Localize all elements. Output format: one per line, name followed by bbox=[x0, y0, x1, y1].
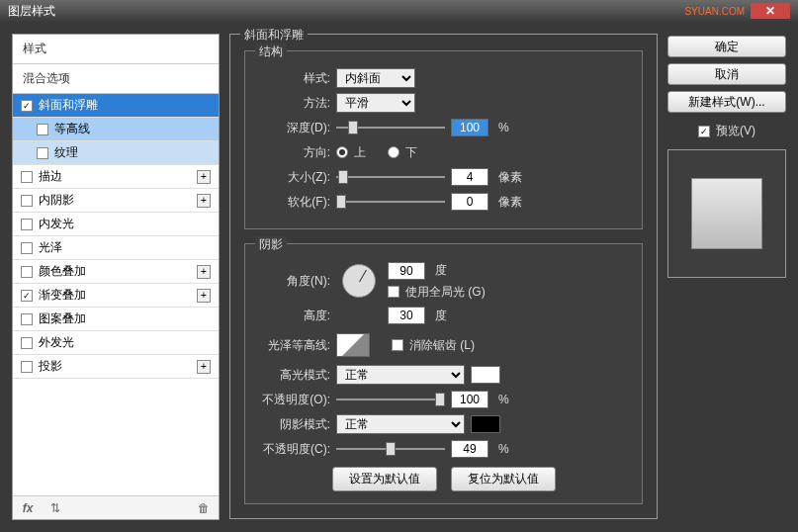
size-input[interactable] bbox=[451, 168, 488, 186]
shadow-mode-select[interactable]: 正常 bbox=[336, 414, 465, 434]
size-slider[interactable] bbox=[336, 168, 445, 186]
style-checkbox[interactable] bbox=[21, 313, 33, 325]
style-checkbox[interactable] bbox=[21, 195, 33, 207]
style-checkbox[interactable] bbox=[21, 290, 33, 302]
opacity2-slider[interactable] bbox=[336, 440, 445, 458]
style-row-1[interactable]: 等高线 bbox=[13, 118, 219, 141]
style-checkbox[interactable] bbox=[37, 147, 48, 159]
gloss-contour-label: 光泽等高线: bbox=[259, 337, 330, 354]
style-list: 斜面和浮雕等高线纹理描边+内阴影+内发光光泽颜色叠加+渐变叠加+图案叠加外发光投… bbox=[13, 94, 219, 495]
make-default-button[interactable]: 设置为默认值 bbox=[332, 467, 437, 491]
style-select[interactable]: 内斜面 bbox=[336, 68, 415, 88]
style-label: 等高线 bbox=[54, 121, 90, 137]
direction-down-label: 下 bbox=[405, 144, 417, 161]
antialias-checkbox[interactable] bbox=[392, 339, 403, 351]
size-unit: 像素 bbox=[498, 169, 522, 186]
shadow-mode-label: 阴影模式: bbox=[259, 416, 330, 433]
style-checkbox[interactable] bbox=[21, 242, 33, 254]
style-row-8[interactable]: 渐变叠加+ bbox=[13, 284, 219, 308]
style-label: 样式: bbox=[259, 70, 330, 87]
soften-unit: 像素 bbox=[498, 194, 522, 211]
styles-footer: fx ⇅ 🗑 bbox=[13, 495, 219, 519]
add-icon[interactable]: + bbox=[197, 170, 211, 184]
style-row-4[interactable]: 内阴影+ bbox=[13, 189, 219, 213]
style-label: 斜面和浮雕 bbox=[39, 97, 98, 114]
opacity2-input[interactable] bbox=[451, 440, 488, 458]
style-label: 渐变叠加 bbox=[39, 287, 86, 304]
size-label: 大小(Z): bbox=[259, 169, 330, 186]
preview-swatch bbox=[691, 178, 762, 249]
altitude-label: 高度: bbox=[259, 308, 330, 324]
cancel-button[interactable]: 取消 bbox=[667, 63, 786, 85]
depth-slider[interactable] bbox=[336, 119, 445, 136]
new-style-button[interactable]: 新建样式(W)... bbox=[667, 91, 786, 113]
styles-panel: 样式 混合选项 斜面和浮雕等高线纹理描边+内阴影+内发光光泽颜色叠加+渐变叠加+… bbox=[12, 34, 220, 520]
close-button[interactable]: ✕ bbox=[751, 3, 790, 19]
soften-slider[interactable] bbox=[336, 193, 445, 211]
method-label: 方法: bbox=[259, 95, 330, 112]
style-label: 纹理 bbox=[54, 144, 78, 161]
gloss-contour-swatch[interactable] bbox=[336, 333, 370, 357]
style-checkbox[interactable] bbox=[37, 124, 48, 135]
fx-icon[interactable]: fx bbox=[19, 499, 37, 517]
highlight-mode-select[interactable]: 正常 bbox=[336, 365, 465, 385]
depth-input[interactable] bbox=[451, 119, 488, 136]
depth-label: 深度(D): bbox=[259, 120, 330, 136]
style-checkbox[interactable] bbox=[21, 266, 33, 278]
opacity2-label: 不透明度(C): bbox=[259, 441, 330, 458]
opacity1-slider[interactable] bbox=[336, 391, 445, 408]
global-light-checkbox[interactable] bbox=[388, 286, 399, 298]
styles-header: 样式 bbox=[13, 35, 219, 64]
style-label: 图案叠加 bbox=[39, 310, 86, 327]
style-row-7[interactable]: 颜色叠加+ bbox=[13, 260, 219, 284]
style-label: 投影 bbox=[39, 358, 62, 375]
add-icon[interactable]: + bbox=[197, 194, 211, 208]
add-icon[interactable]: + bbox=[197, 360, 211, 374]
style-checkbox[interactable] bbox=[21, 219, 33, 230]
trash-icon[interactable]: 🗑 bbox=[195, 499, 213, 517]
depth-unit: % bbox=[498, 121, 509, 134]
bevel-fieldset: 斜面和浮雕 结构 样式: 内斜面 方法: 平滑 深度(D): % bbox=[229, 34, 658, 519]
altitude-input[interactable] bbox=[388, 307, 425, 324]
style-checkbox[interactable] bbox=[21, 337, 33, 349]
angle-unit: 度 bbox=[435, 262, 447, 279]
direction-up-radio[interactable] bbox=[336, 146, 348, 158]
style-row-6[interactable]: 光泽 bbox=[13, 236, 219, 260]
style-row-5[interactable]: 内发光 bbox=[13, 213, 219, 236]
soften-input[interactable] bbox=[451, 193, 488, 211]
style-row-2[interactable]: 纹理 bbox=[13, 141, 219, 165]
ok-button[interactable]: 确定 bbox=[667, 36, 786, 57]
updown-icon[interactable]: ⇅ bbox=[46, 499, 64, 517]
style-row-0[interactable]: 斜面和浮雕 bbox=[13, 94, 219, 118]
style-label: 外发光 bbox=[39, 334, 74, 351]
angle-dial[interactable] bbox=[342, 264, 376, 298]
style-row-3[interactable]: 描边+ bbox=[13, 165, 219, 189]
style-row-11[interactable]: 投影+ bbox=[13, 355, 219, 379]
add-icon[interactable]: + bbox=[197, 289, 211, 303]
style-checkbox[interactable] bbox=[21, 171, 33, 183]
highlight-color-swatch[interactable] bbox=[471, 366, 500, 384]
structure-fieldset: 结构 样式: 内斜面 方法: 平滑 深度(D): % 方向: bbox=[244, 50, 643, 229]
window-title: 图层样式 bbox=[8, 3, 55, 20]
add-icon[interactable]: + bbox=[197, 265, 211, 279]
direction-down-radio[interactable] bbox=[388, 146, 399, 158]
opacity1-input[interactable] bbox=[451, 391, 488, 408]
angle-label: 角度(N): bbox=[259, 273, 330, 290]
style-label: 光泽 bbox=[39, 239, 62, 256]
style-row-10[interactable]: 外发光 bbox=[13, 331, 219, 355]
shadow-color-swatch[interactable] bbox=[471, 415, 500, 433]
bevel-legend: 斜面和浮雕 bbox=[240, 27, 308, 44]
soften-label: 软化(F): bbox=[259, 194, 330, 211]
preview-checkbox[interactable] bbox=[698, 126, 710, 137]
direction-up-label: 上 bbox=[354, 144, 366, 161]
style-checkbox[interactable] bbox=[21, 361, 33, 373]
method-select[interactable]: 平滑 bbox=[336, 93, 415, 113]
blending-options[interactable]: 混合选项 bbox=[13, 64, 219, 94]
style-label: 内阴影 bbox=[39, 192, 74, 209]
style-checkbox[interactable] bbox=[21, 100, 33, 112]
opacity1-unit: % bbox=[498, 393, 509, 406]
angle-input[interactable] bbox=[388, 262, 425, 280]
reset-default-button[interactable]: 复位为默认值 bbox=[451, 467, 556, 491]
opacity1-label: 不透明度(O): bbox=[259, 392, 330, 408]
style-row-9[interactable]: 图案叠加 bbox=[13, 308, 219, 331]
